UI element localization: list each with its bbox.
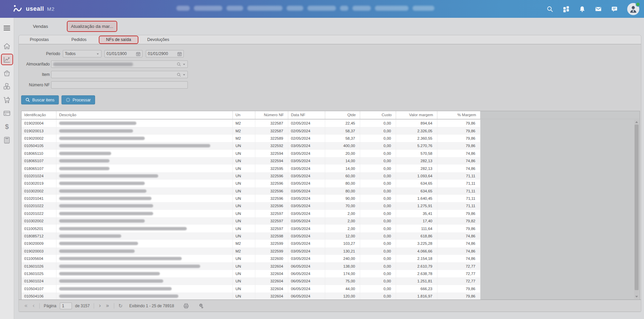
- calendar-icon[interactable]: [136, 52, 140, 56]
- table-row[interactable]: 010302002 UN 322596 03/05/2024 80,00 0,0…: [22, 187, 480, 195]
- online-status-dot: [636, 2, 640, 7]
- page-number-input[interactable]: [60, 303, 72, 309]
- cart-plus-icon: [3, 96, 11, 104]
- table-row[interactable]: 013601024 UN 322604 06/05/2024 75,00 0,0…: [22, 277, 480, 285]
- calendar-icon[interactable]: [177, 52, 182, 56]
- table-row[interactable]: 011005201 UN 322597 03/05/2024 2,00 0,00…: [22, 225, 480, 232]
- cell-data-nf: 03/05/2024: [288, 187, 325, 195]
- table-row[interactable]: 019020009 M2 322599 03/05/2024 103,27 0,…: [22, 240, 480, 247]
- mail-icon[interactable]: [595, 6, 602, 12]
- table-row[interactable]: 019020003 M2 322599 03/05/2024 130,21 0,…: [22, 247, 480, 255]
- sidebar-item-sales-chart[interactable]: [1, 54, 13, 65]
- sidebar-item-finance[interactable]: $: [1, 121, 13, 132]
- table-row[interactable]: 010302002 UN 322597 03/05/2024 2,00 0,00…: [22, 217, 480, 225]
- item-field[interactable]: ▼: [51, 71, 188, 78]
- col-custo[interactable]: Custo: [360, 111, 396, 119]
- sidebar-item-calculator[interactable]: [1, 134, 13, 146]
- apps-grid-icon[interactable]: [563, 6, 569, 12]
- cell-identificacao: 018085712: [22, 232, 56, 240]
- table-row[interactable]: 010504105 UN 322592 03/05/2024 400,00 0,…: [22, 142, 480, 149]
- periodo-select[interactable]: Todos ▼: [63, 50, 101, 57]
- cell-descricao: [56, 195, 233, 202]
- subtab-nfs-de-saida[interactable]: NFs de saída: [99, 36, 138, 44]
- sidebar-item-purchases[interactable]: [1, 94, 13, 105]
- scroll-up-arrow-icon[interactable]: [634, 120, 639, 124]
- sidebar-item-products[interactable]: [1, 81, 13, 92]
- search-icon[interactable]: [547, 6, 553, 12]
- table-row[interactable]: 018065107 UN 322594 03/05/2024 14,00 0,0…: [22, 157, 480, 165]
- cell-un: M2: [233, 120, 255, 127]
- col-identificacao[interactable]: Identificação: [22, 111, 56, 119]
- menu-hamburger-icon[interactable]: [1, 22, 13, 34]
- cell-numero-nf: 322599: [255, 247, 288, 255]
- descricao-redacted: [59, 197, 152, 200]
- table-row[interactable]: 018065107 UN 322595 03/05/2024 14,00 0,0…: [22, 165, 480, 172]
- cell-descricao: [56, 157, 233, 165]
- cell-descricao: [56, 225, 233, 232]
- chat-icon[interactable]: [611, 6, 618, 12]
- tab-vendas[interactable]: Vendas: [30, 21, 51, 31]
- cell-numero-nf: 322596: [255, 180, 288, 187]
- table-row[interactable]: 010201024 UN 322596 03/05/2024 60,00 0,0…: [22, 172, 480, 180]
- date-from-field[interactable]: 01/01/1900: [104, 50, 142, 57]
- last-page-button[interactable]: »: [105, 303, 110, 309]
- table-row[interactable]: 011005604 UN 322600 03/05/2024 240,00 0,…: [22, 255, 480, 262]
- almoxarifado-field[interactable]: ▼: [51, 60, 188, 68]
- col-data-nf[interactable]: Data NF: [288, 111, 325, 119]
- col-percent-margem[interactable]: % Margem: [437, 111, 480, 119]
- scrollbar-thumb[interactable]: [635, 125, 639, 290]
- subtab-propostas[interactable]: Propostas: [19, 36, 59, 44]
- table-row[interactable]: 013601026 UN 322604 06/05/2024 138,00 0,…: [22, 262, 480, 270]
- scroll-down-arrow-icon[interactable]: [634, 294, 639, 299]
- cell-un: UN: [233, 210, 255, 217]
- grid-vertical-scrollbar[interactable]: [634, 120, 639, 299]
- tab-atualizacao-margem[interactable]: Atualização da mar...: [67, 21, 117, 32]
- print-icon[interactable]: [183, 303, 189, 309]
- col-descricao[interactable]: Descrição: [56, 111, 233, 119]
- settings-gears-icon[interactable]: [198, 303, 204, 309]
- table-row[interactable]: 013601025 UN 322604 06/05/2024 174,00 0,…: [22, 270, 480, 277]
- subtab-pedidos[interactable]: Pedidos: [59, 36, 99, 44]
- lookup-search-icon[interactable]: [177, 62, 181, 66]
- table-row[interactable]: 019020004 M2 322587 02/05/2024 22,45 0,0…: [22, 120, 480, 127]
- col-valor-margem[interactable]: Valor margem: [396, 111, 437, 119]
- chevron-down-icon[interactable]: ▼: [182, 63, 186, 65]
- processar-button[interactable]: Processar: [61, 95, 95, 104]
- descricao-redacted: [59, 265, 200, 268]
- buscar-itens-button[interactable]: Buscar itens: [21, 95, 59, 104]
- notifications-bell-icon[interactable]: [579, 6, 586, 12]
- table-row[interactable]: 010302019 UN 322596 03/05/2024 80,00 0,0…: [22, 180, 480, 187]
- col-qtde[interactable]: Qtde: [325, 111, 360, 119]
- sidebar-item-home[interactable]: [1, 40, 13, 52]
- periodo-value: Todos: [65, 51, 76, 56]
- subtab-devolucoes[interactable]: Devoluções: [138, 36, 178, 44]
- chevron-down-icon[interactable]: ▼: [182, 73, 186, 76]
- cell-data-nf: 03/05/2024: [288, 157, 325, 165]
- table-row[interactable]: 019020002 M2 322589 02/05/2024 58,37 0,0…: [22, 135, 480, 142]
- col-numero-nf[interactable]: Número NF: [255, 111, 288, 119]
- cell-un: UN: [233, 277, 255, 285]
- table-row[interactable]: 010201022 UN 322597 03/05/2024 2,00 0,00…: [22, 210, 480, 217]
- first-page-button[interactable]: «: [24, 303, 28, 309]
- prev-page-button[interactable]: ‹: [32, 303, 35, 309]
- table-row[interactable]: 019020013 M2 322587 02/05/2024 58,37 0,0…: [22, 127, 480, 134]
- descricao-redacted: [59, 182, 145, 185]
- table-row[interactable]: 018085712 UN 322598 03/05/2024 12,00 0,0…: [22, 232, 480, 240]
- finance-dollar-icon: $: [5, 123, 9, 131]
- sidebar-item-billing[interactable]: [1, 107, 13, 119]
- user-avatar[interactable]: [627, 3, 639, 15]
- col-un[interactable]: Un: [233, 111, 255, 119]
- date-to-field[interactable]: 01/01/2900: [146, 50, 184, 57]
- refresh-icon[interactable]: ↻: [118, 303, 123, 309]
- next-page-button[interactable]: ›: [98, 303, 102, 309]
- cell-percent-margem: 72,77: [437, 277, 480, 285]
- descricao-redacted: [59, 234, 121, 238]
- table-row[interactable]: 010201041 UN 322596 03/05/2024 90,00 0,0…: [22, 195, 480, 202]
- table-row[interactable]: 010504107 UN 322604 06/05/2024 44,00 0,0…: [22, 285, 480, 292]
- numero-nf-field[interactable]: [51, 81, 188, 89]
- sidebar-item-store[interactable]: [1, 67, 13, 79]
- table-row[interactable]: 018065110 UN 322594 03/05/2024 20,00 0,0…: [22, 150, 480, 157]
- lookup-search-icon[interactable]: [177, 73, 181, 77]
- table-row[interactable]: 010504106 UN 322604 06/05/2024 120,00 0,…: [22, 292, 480, 300]
- table-row[interactable]: 010201022 UN 322596 03/05/2024 70,00 0,0…: [22, 202, 480, 210]
